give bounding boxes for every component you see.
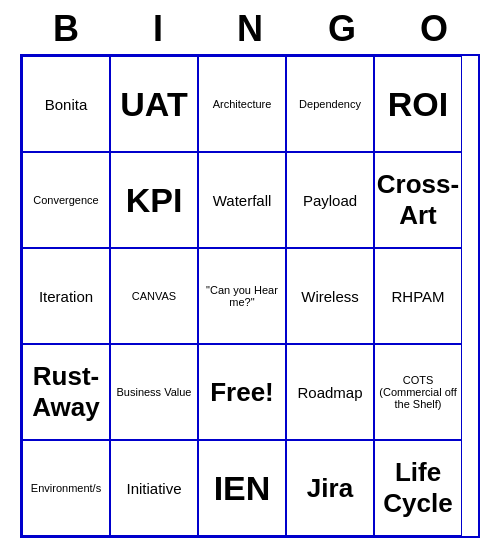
bingo-cell-0: Bonita bbox=[22, 56, 110, 152]
bingo-cell-21: Initiative bbox=[110, 440, 198, 536]
bingo-cell-2: Architecture bbox=[198, 56, 286, 152]
bingo-cell-7: Waterfall bbox=[198, 152, 286, 248]
bingo-cell-10: Iteration bbox=[22, 248, 110, 344]
bingo-grid: BonitaUATArchitectureDependencyROIConver… bbox=[20, 54, 480, 538]
bingo-cell-8: Payload bbox=[286, 152, 374, 248]
bingo-cell-11: CANVAS bbox=[110, 248, 198, 344]
bingo-cell-12: "Can you Hear me?" bbox=[198, 248, 286, 344]
bingo-cell-18: Roadmap bbox=[286, 344, 374, 440]
bingo-cell-3: Dependency bbox=[286, 56, 374, 152]
bingo-cell-14: RHPAM bbox=[374, 248, 462, 344]
bingo-header: B I N G O bbox=[20, 0, 480, 54]
header-g: G bbox=[298, 8, 386, 50]
bingo-cell-19: COTS (Commercial off the Shelf) bbox=[374, 344, 462, 440]
bingo-cell-22: IEN bbox=[198, 440, 286, 536]
bingo-cell-15: Rust-Away bbox=[22, 344, 110, 440]
bingo-cell-17: Free! bbox=[198, 344, 286, 440]
bingo-cell-5: Convergence bbox=[22, 152, 110, 248]
header-b: B bbox=[22, 8, 110, 50]
header-i: I bbox=[114, 8, 202, 50]
bingo-cell-16: Business Value bbox=[110, 344, 198, 440]
bingo-cell-20: Environment/s bbox=[22, 440, 110, 536]
bingo-cell-4: ROI bbox=[374, 56, 462, 152]
header-o: O bbox=[390, 8, 478, 50]
bingo-cell-6: KPI bbox=[110, 152, 198, 248]
bingo-cell-24: Life Cycle bbox=[374, 440, 462, 536]
bingo-cell-1: UAT bbox=[110, 56, 198, 152]
header-n: N bbox=[206, 8, 294, 50]
bingo-cell-23: Jira bbox=[286, 440, 374, 536]
bingo-cell-9: Cross-Art bbox=[374, 152, 462, 248]
bingo-cell-13: Wireless bbox=[286, 248, 374, 344]
